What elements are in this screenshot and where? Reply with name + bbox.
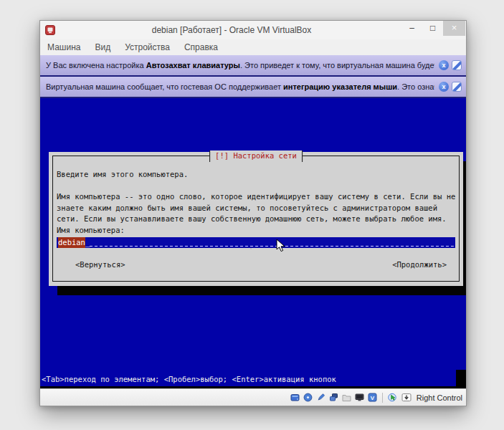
- menu-devices[interactable]: Устройства: [125, 42, 170, 52]
- dont-show-again-icon[interactable]: [452, 82, 462, 92]
- close-icon[interactable]: x: [439, 82, 449, 92]
- dialog-body-line: сети. Если вы устанавливаете вашу собств…: [57, 214, 455, 225]
- notification-text: Виртуальная машина сообщает, что гостева…: [46, 82, 434, 91]
- svg-text:V: V: [371, 395, 375, 401]
- status-bar: V Right Control: [40, 388, 466, 406]
- optical-disc-icon[interactable]: [303, 393, 313, 402]
- close-icon[interactable]: x: [439, 60, 449, 70]
- title-bar[interactable]: debian [Работает] - Oracle VM VirtualBox…: [40, 21, 466, 39]
- features-icon[interactable]: V: [368, 393, 377, 402]
- notification-mouse-integration: Виртуальная машина сообщает, что гостева…: [40, 77, 466, 98]
- close-button[interactable]: ×: [443, 21, 465, 36]
- virtualbox-vm-icon: [45, 25, 55, 35]
- installer-help-line: <Tab>переход по элементам; <Пробел>выбор…: [42, 374, 336, 386]
- hostname-input-value: debian: [58, 237, 85, 249]
- dialog-body-line: знаете каким должно быть имя вашей систе…: [57, 203, 455, 214]
- hostname-field-label: Имя компьютера:: [57, 225, 455, 236]
- dont-show-again-icon[interactable]: [452, 60, 462, 70]
- usb-icon[interactable]: [316, 393, 325, 402]
- menu-view[interactable]: Вид: [95, 42, 110, 52]
- menu-machine[interactable]: Машина: [47, 42, 80, 52]
- statusbar-separator: [382, 393, 383, 403]
- hostkey-label: Right Control: [417, 393, 462, 402]
- dialog-content: Введите имя этого компьютера. Имя компью…: [49, 152, 463, 271]
- hostname-input[interactable]: debian_: [57, 237, 455, 248]
- menu-bar: Машина Вид Устройства Справка: [40, 39, 466, 55]
- notification-text: У Вас включена настройка Автозахват клав…: [46, 61, 434, 70]
- menu-help[interactable]: Справка: [184, 42, 218, 52]
- network-icon[interactable]: [329, 393, 338, 402]
- dialog-body-line: Имя компьютера -- это одно слово, которо…: [57, 191, 455, 203]
- input-fill: [90, 237, 454, 248]
- continue-button[interactable]: <Продолжить>: [392, 259, 447, 271]
- go-back-button[interactable]: <Вернуться>: [75, 259, 125, 271]
- window-title: debian [Работает] - Oracle VM VirtualBox: [69, 21, 394, 39]
- vm-screen[interactable]: [!] Настройка сети comptike.ru Введите и…: [40, 98, 466, 388]
- notification-keyboard-capture: У Вас включена настройка Автозахват клав…: [40, 55, 466, 77]
- keyboard-capture-icon[interactable]: [401, 393, 412, 402]
- display-icon[interactable]: [355, 393, 364, 402]
- shared-folders-icon[interactable]: [342, 393, 351, 402]
- minimize-button[interactable]: –: [401, 21, 422, 36]
- vm-framebuffer-corner: [456, 370, 466, 388]
- network-setup-dialog: [!] Настройка сети comptike.ru Введите и…: [49, 152, 463, 286]
- hdd-icon[interactable]: [290, 393, 300, 402]
- mouse-pointer-icon: [276, 239, 286, 252]
- virtualbox-window: debian [Работает] - Oracle VM VirtualBox…: [39, 20, 467, 406]
- maximize-button[interactable]: □: [422, 21, 443, 36]
- mouse-integration-icon[interactable]: [388, 393, 398, 402]
- dialog-intro: Введите имя этого компьютера.: [57, 169, 455, 181]
- vm-framebuffer-edge: [40, 386, 466, 388]
